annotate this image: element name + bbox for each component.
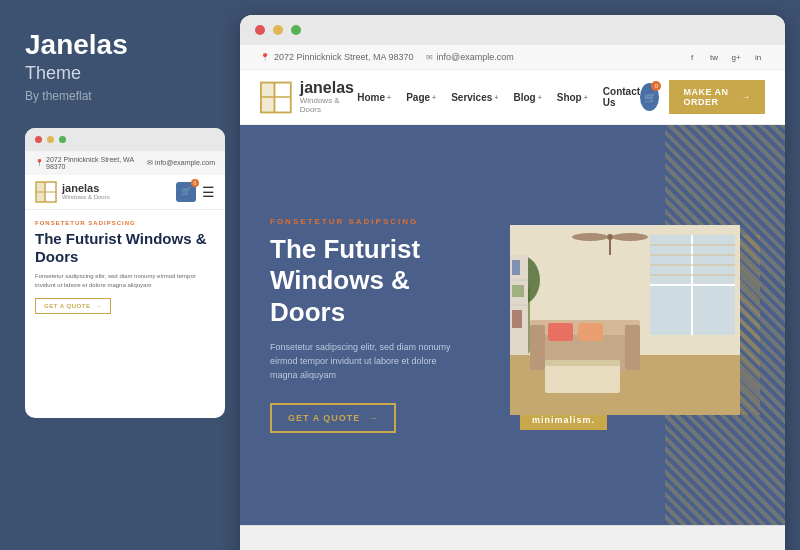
brand-subtitle: Theme — [25, 63, 215, 84]
site-navbar: janelas Windows & Doors Home+ Page+ Serv… — [240, 70, 785, 125]
svg-rect-37 — [512, 310, 522, 328]
mobile-dot-green — [59, 136, 66, 143]
browser-dot-red[interactable] — [255, 25, 265, 35]
desktop-mockup: 📍 2072 Pinnicknick Street, MA 98370 ✉ in… — [240, 15, 785, 550]
topbar-email: ✉ info@example.com — [426, 52, 514, 62]
brand-by: By themeflat — [25, 89, 215, 103]
svg-rect-21 — [625, 325, 640, 370]
site-bottom-strip — [240, 525, 785, 550]
nav-contact[interactable]: Contact Us — [603, 86, 640, 108]
svg-rect-24 — [545, 363, 620, 393]
browser-content: 📍 2072 Pinnicknick Street, MA 98370 ✉ in… — [240, 45, 785, 550]
nav-page[interactable]: Page+ — [406, 92, 436, 103]
brand-section: Janelas Theme By themeflat — [25, 30, 215, 103]
cart-icon: 🛒 — [181, 187, 191, 196]
facebook-icon[interactable]: f — [685, 50, 699, 64]
arrow-icon: → — [95, 303, 102, 309]
order-button[interactable]: MAKE AN ORDER → — [669, 80, 765, 114]
nav-services[interactable]: Services+ — [451, 92, 498, 103]
mobile-tag: FONSETETUR SADIPSCING — [35, 220, 215, 226]
svg-rect-20 — [530, 325, 545, 370]
site-nav-links: Home+ Page+ Services+ Blog+ Shop+ Contac… — [357, 86, 640, 108]
mobile-cta-button[interactable]: GET A QUOTE → — [35, 298, 111, 314]
browser-dot-green[interactable] — [291, 25, 301, 35]
site-logo-text-group: janelas Windows & Doors — [300, 80, 358, 114]
mobile-heading: The Futurist Windows & Doors — [35, 230, 215, 266]
hero-right: minimalism. — [495, 125, 785, 525]
hero-title: The Futurist Windows & Doors — [270, 234, 465, 328]
topbar-address: 📍 2072 Pinnicknick Street, MA 98370 — [260, 52, 414, 62]
envelope-icon: ✉ — [426, 53, 433, 62]
mobile-logo-icon — [35, 181, 57, 203]
site-hero: FONSETETUR SADIPSCING The Futurist Windo… — [240, 125, 785, 525]
mobile-dot-yellow — [47, 136, 54, 143]
browser-dot-yellow[interactable] — [273, 25, 283, 35]
arrow-icon: → — [368, 413, 378, 423]
hero-cta-button[interactable]: GET A QUOTE → — [270, 403, 396, 433]
mobile-logo: janelas Windows & Doors — [35, 181, 110, 203]
room-interior-svg — [510, 225, 740, 415]
left-panel: Janelas Theme By themeflat 📍 2072 Pinnic… — [0, 0, 240, 550]
svg-rect-25 — [545, 360, 620, 366]
site-logo: janelas Windows & Doors — [260, 80, 357, 115]
email-icon: ✉ — [147, 159, 153, 167]
mobile-mockup: 📍 2072 Pinnicknick Street, WA 98370 ✉ in… — [25, 128, 225, 418]
mobile-email: ✉ info@example.com — [147, 156, 215, 170]
topbar-left: 📍 2072 Pinnicknick Street, MA 98370 ✉ in… — [260, 52, 514, 62]
topbar-socials: f tw g+ in — [685, 50, 765, 64]
mobile-topbar-info: 📍 2072 Pinnicknick Street, WA 98370 ✉ in… — [25, 151, 225, 175]
hero-tag: FONSETETUR SADIPSCING — [270, 217, 465, 226]
cart-badge: 0 — [651, 81, 661, 91]
site-logo-icon — [260, 80, 292, 115]
hero-body: Fonsetetur sadipscing elitr, sed diam no… — [270, 340, 465, 383]
twitter-icon[interactable]: tw — [707, 50, 721, 64]
arrow-right-icon: → — [742, 92, 752, 102]
cart-button[interactable]: 🛒 0 — [640, 83, 659, 111]
nav-home[interactable]: Home+ — [357, 92, 391, 103]
instagram-icon[interactable]: in — [751, 50, 765, 64]
mobile-cart-button[interactable]: 🛒 0 — [176, 182, 196, 202]
svg-rect-35 — [512, 260, 520, 275]
mobile-chrome — [25, 128, 225, 151]
location-icon: 📍 — [260, 53, 270, 62]
mobile-body: Fonsetetur sadipscing elitr, sed diam no… — [35, 272, 215, 290]
hamburger-icon[interactable]: ☰ — [202, 184, 215, 200]
mobile-nav: janelas Windows & Doors 🛒 0 ☰ — [25, 175, 225, 210]
location-icon: 📍 — [35, 159, 44, 167]
svg-rect-36 — [512, 285, 524, 297]
svg-rect-22 — [548, 323, 573, 341]
mobile-address: 📍 2072 Pinnicknick Street, WA 98370 — [35, 156, 137, 170]
svg-rect-23 — [578, 323, 603, 341]
mobile-content: FONSETETUR SADIPSCING The Futurist Windo… — [25, 210, 225, 324]
browser-chrome — [240, 15, 785, 45]
nav-blog[interactable]: Blog+ — [513, 92, 541, 103]
nav-shop[interactable]: Shop+ — [557, 92, 588, 103]
cart-icon: 🛒 — [644, 92, 656, 103]
google-plus-icon[interactable]: g+ — [729, 50, 743, 64]
mobile-dot-red — [35, 136, 42, 143]
hero-room-image — [510, 225, 740, 415]
mobile-cart-badge: 0 — [191, 179, 199, 187]
nav-cta-area: 🛒 0 MAKE AN ORDER → — [640, 80, 765, 114]
hero-image-container: minimalism. — [510, 225, 750, 425]
mobile-logo-text-group: janelas Windows & Doors — [62, 183, 110, 200]
svg-point-30 — [612, 233, 648, 241]
brand-title: Janelas — [25, 30, 215, 61]
hero-left: FONSETETUR SADIPSCING The Futurist Windo… — [240, 125, 495, 525]
site-topbar: 📍 2072 Pinnicknick Street, MA 98370 ✉ in… — [240, 45, 785, 70]
mobile-nav-icons: 🛒 0 ☰ — [176, 182, 215, 202]
svg-point-29 — [572, 233, 608, 241]
